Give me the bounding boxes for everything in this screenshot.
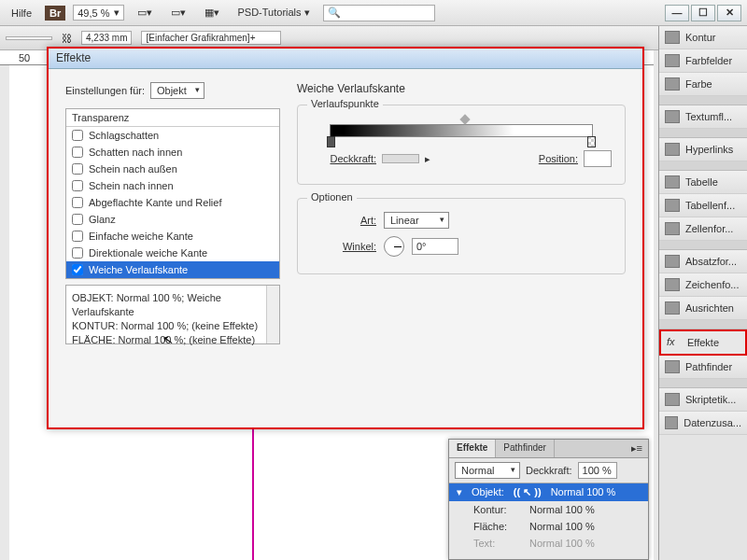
settings-for-label: Einstellungen für:	[65, 85, 145, 96]
psd-tutorials-menu[interactable]: PSD-Tutorials ▾	[233, 7, 316, 19]
summary-scrollbar[interactable]	[266, 286, 279, 343]
list-row-flaeche[interactable]: Fläche:Normal 100 %	[449, 518, 648, 535]
opacity-value[interactable]: 100 %	[578, 462, 617, 479]
effects-summary: OBJEKT: Normal 100 %; Weiche Verlaufskan…	[65, 285, 280, 344]
dialog-titlebar[interactable]: Effekte	[49, 49, 642, 69]
panel-textumfluss[interactable]: Textumfl...	[659, 105, 747, 129]
gradient-stop-right[interactable]	[587, 136, 596, 147]
arrange-icon[interactable]: ▦▾	[199, 7, 225, 19]
panel-tabellenformate[interactable]: Tabellenf...	[659, 194, 747, 217]
effect-checkbox[interactable]	[72, 264, 83, 275]
maximize-button[interactable]: ☐	[691, 5, 715, 21]
effect-label: Schein nach innen	[89, 180, 174, 191]
effect-checkbox[interactable]	[72, 163, 83, 175]
position-label: Position:	[513, 153, 578, 164]
panel-label: Farbfelder	[685, 55, 732, 66]
close-button[interactable]: ✕	[717, 5, 741, 21]
search-icon: 🔍	[328, 7, 341, 19]
disclosure-icon: ▾	[457, 486, 462, 498]
frame-style-dropdown[interactable]: [Einfacher Grafikrahmen]+	[141, 31, 281, 45]
effect-item-schein-innen[interactable]: Schein nach innen	[66, 177, 279, 194]
panel-label: Tabelle	[685, 176, 718, 188]
tab-effekte[interactable]: Effekte	[449, 440, 496, 457]
fx-icon: fx	[667, 336, 682, 349]
panel-absatzformate[interactable]: Absatzfor...	[659, 250, 747, 273]
effect-checkbox[interactable]	[72, 197, 83, 208]
wrap-icon	[665, 110, 680, 123]
panel-zellenformate[interactable]: Zellenfor...	[659, 217, 747, 241]
help-menu[interactable]: Hilfe	[6, 7, 37, 19]
panel-label: Pathfinder	[685, 361, 732, 372]
panel-zeichenformate[interactable]: Zeichenfo...	[659, 273, 747, 297]
effect-label: Schatten nach innen	[89, 147, 182, 158]
search-input[interactable]: 🔍	[323, 5, 435, 21]
effect-item-glanz[interactable]: Glanz	[66, 211, 279, 228]
minimize-button[interactable]: —	[665, 5, 689, 21]
panel-tabelle[interactable]: Tabelle	[659, 171, 747, 194]
panel-farbfelder[interactable]: Farbfelder	[659, 49, 747, 73]
panel-label: Zellenfor...	[685, 223, 733, 234]
group-legend: Optionen	[307, 191, 357, 203]
panel-label: Datenzusa...	[684, 417, 741, 428]
panel-label: Skriptetik...	[685, 394, 736, 405]
pathfinder-icon	[665, 360, 680, 373]
list-row-kontur[interactable]: Kontur:Normal 100 %	[449, 501, 648, 518]
effect-checkbox[interactable]	[72, 130, 83, 141]
effect-label: Schein nach außen	[89, 163, 177, 175]
dim-field[interactable]	[6, 36, 52, 40]
opacity-slider[interactable]	[382, 154, 419, 163]
effect-checkbox[interactable]	[72, 247, 83, 259]
row-name: Kontur:	[473, 504, 520, 515]
position-input[interactable]	[584, 150, 612, 167]
panel-datenzusammenfuehrung[interactable]: Datenzusa...	[659, 412, 747, 435]
bridge-button[interactable]: Br	[45, 6, 65, 21]
angle-dial[interactable]	[384, 236, 404, 257]
effect-checkbox[interactable]	[72, 147, 83, 158]
slider-arrow-icon[interactable]: ▸	[425, 153, 430, 165]
panel-effekte[interactable]: fxEffekte	[659, 329, 747, 356]
effects-list: Transparenz Schlagschatten Schatten nach…	[65, 108, 280, 279]
row-name: Objekt:	[472, 486, 504, 498]
gradient-stop-left[interactable]	[327, 136, 335, 147]
tab-pathfinder[interactable]: Pathfinder	[496, 440, 555, 457]
panel-hyperlinks[interactable]: Hyperlinks	[659, 138, 747, 161]
panel-pathfinder[interactable]: Pathfinder	[659, 356, 747, 379]
panel-ausrichten[interactable]: Ausrichten	[659, 297, 747, 320]
effect-item-schlagschatten[interactable]: Schlagschatten	[66, 127, 279, 144]
effects-list-header[interactable]: Transparenz	[66, 109, 279, 127]
panel-label: Tabellenf...	[685, 200, 735, 211]
type-dropdown[interactable]: Linear	[384, 212, 449, 229]
table-icon	[665, 175, 680, 189]
panel-farbe[interactable]: Farbe	[659, 73, 747, 96]
row-val: Normal 100 %	[529, 521, 595, 532]
stroke-field[interactable]: 4,233 mm	[81, 31, 132, 45]
effect-item-direktionale-kante[interactable]: Direktionale weiche Kante	[66, 245, 279, 261]
gradient-ramp[interactable]	[330, 124, 593, 137]
effect-item-weiche-verlaufskante[interactable]: Weiche Verlaufskante	[66, 261, 279, 278]
midpoint-icon[interactable]	[459, 114, 470, 124]
panel-skriptetiketten[interactable]: Skriptetik...	[659, 388, 747, 412]
settings-for-dropdown[interactable]: Objekt	[150, 82, 204, 99]
list-row-text[interactable]: Text:Normal 100 %	[449, 535, 648, 552]
screen-mode-icon[interactable]: ▭▾	[165, 7, 191, 19]
panel-kontur[interactable]: Kontur	[659, 26, 747, 49]
effect-item-bevel[interactable]: Abgeflachte Kante und Relief	[66, 194, 279, 211]
view-mode-icon[interactable]: ▭▾	[132, 7, 158, 19]
zoom-level[interactable]: 49,5 % ▾	[73, 5, 123, 21]
cursor-marker: (( ↖ ))	[514, 486, 542, 498]
effect-checkbox[interactable]	[72, 231, 83, 242]
panel-menu-icon[interactable]: ▸≡	[626, 440, 648, 457]
chain-icon[interactable]: ⛓	[62, 33, 72, 44]
effect-checkbox[interactable]	[72, 214, 83, 225]
group-legend: Verlaufspunkte	[307, 98, 383, 109]
blend-mode-dropdown[interactable]: Normal	[455, 462, 520, 479]
angle-input[interactable]	[412, 238, 458, 255]
effect-item-einfache-kante[interactable]: Einfache weiche Kante	[66, 228, 279, 245]
effect-checkbox[interactable]	[72, 180, 83, 191]
align-icon	[665, 301, 680, 315]
zoom-value: 49,5 %	[78, 7, 109, 19]
tablefmt-icon	[665, 199, 680, 212]
effect-item-schein-aussen[interactable]: Schein nach außen	[66, 161, 279, 177]
list-row-objekt[interactable]: ▾Objekt:(( ↖ ))Normal 100 %	[449, 483, 648, 501]
effect-item-schatten-innen[interactable]: Schatten nach innen	[66, 144, 279, 161]
